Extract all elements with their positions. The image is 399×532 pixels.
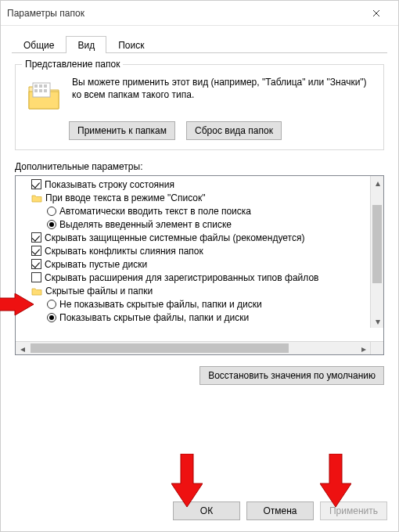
tree-item[interactable]: Скрывать расширения для зарегистрированн… [17,271,382,284]
checkbox-icon[interactable] [31,179,41,189]
advanced-settings-label: Дополнительные параметры: [15,161,384,172]
tree-item[interactable]: Автоматически вводить текст в поле поиск… [17,204,382,217]
folder-views-text: Вы можете применить этот вид (например, … [72,76,376,112]
radio-icon[interactable] [47,300,56,309]
folder-options-dialog: Параметры папок Общие Вид Поиск Представ… [0,0,399,532]
tree-item-label: Скрытые файлы и папки [45,286,153,297]
folder-icon [31,193,42,203]
apply-button[interactable]: Применить [320,501,387,520]
window-title: Параметры папок [7,8,361,19]
svg-rect-3 [44,84,47,88]
tree-item-label: Скрывать конфликты слияния папок [45,246,203,257]
horizontal-scroll-thumb[interactable] [31,343,289,353]
tab-view[interactable]: Вид [66,36,106,53]
tree-item-label: Скрывать пустые диски [45,259,147,270]
close-icon [372,9,380,17]
apply-to-folders-button[interactable]: Применить к папкам [69,121,175,140]
svg-rect-5 [39,89,42,92]
dialog-body: Общие Вид Поиск Представление папок [1,26,398,494]
folder-views-group: Представление папок Вы можете применить … [15,64,384,150]
tree-item[interactable]: Показывать скрытые файлы, папки и диски [17,311,382,324]
tree-item-label: Показывать скрытые файлы, папки и диски [59,312,249,323]
tree-item-label: Выделять введенный элемент в списке [59,219,232,230]
svg-rect-2 [39,84,42,88]
svg-rect-4 [34,89,38,92]
tabstrip: Общие Вид Поиск [12,34,387,53]
radio-icon[interactable] [47,207,56,216]
tree-item[interactable]: Скрывать конфликты слияния папок [17,244,382,257]
tree-item-label: Показывать строку состояния [45,179,174,190]
tree-item[interactable]: Скрывать защищенные системные файлы (рек… [17,231,382,244]
tree-item-label: Не показывать скрытые файлы, папки и дис… [59,299,262,310]
vertical-scrollbar[interactable]: ▴ ▾ [370,176,383,328]
checkbox-icon[interactable] [31,246,41,256]
tree-item: Скрытые файлы и папки [17,284,382,297]
reset-folders-button[interactable]: Сброс вида папок [186,121,282,140]
scroll-down-icon: ▾ [371,315,383,328]
tree-item[interactable]: Скрывать пустые диски [17,257,382,271]
cancel-button[interactable]: Отмена [246,501,314,520]
svg-rect-6 [44,89,47,92]
horizontal-scrollbar[interactable]: ◂ ▸ [16,341,383,354]
tree-item[interactable]: Не показывать скрытые файлы, папки и дис… [17,297,382,311]
folder-icon [31,286,42,296]
scroll-right-icon: ▸ [357,342,370,355]
tree-viewport: Показывать строку состоянияПри вводе тек… [16,176,383,341]
ok-button[interactable]: ОК [173,501,240,520]
tree-item-label: Скрывать защищенные системные файлы (рек… [45,232,304,243]
restore-defaults-button[interactable]: Восстановить значения по умолчанию [200,366,384,385]
tab-general[interactable]: Общие [12,36,66,53]
close-button[interactable] [361,2,392,24]
tree-item: При вводе текста в режиме "Список" [17,191,382,204]
radio-icon[interactable] [47,220,56,229]
titlebar: Параметры папок [1,1,398,26]
svg-rect-1 [34,84,38,88]
tree-items: Показывать строку состоянияПри вводе тек… [16,178,383,324]
scroll-up-icon: ▴ [371,176,383,189]
radio-icon[interactable] [47,313,56,322]
tree-item-label: Скрывать расширения для зарегистрированн… [45,272,318,283]
dialog-footer: ОК Отмена Применить [1,494,398,531]
folder-views-legend: Представление папок [22,59,123,70]
checkbox-icon[interactable] [31,259,41,269]
scroll-left-icon: ◂ [16,342,29,355]
checkbox-icon[interactable] [31,272,41,282]
folder-views-icon [27,77,61,112]
tab-search[interactable]: Поиск [106,36,156,53]
tree-item[interactable]: Показывать строку состояния [17,178,382,191]
checkbox-icon[interactable] [31,232,41,243]
vertical-scroll-thumb[interactable] [372,205,382,283]
tree-item[interactable]: Выделять введенный элемент в списке [17,217,382,231]
advanced-settings-tree: Показывать строку состоянияПри вводе тек… [15,175,384,355]
tree-item-label: Автоматически вводить текст в поле поиск… [59,206,251,217]
tree-item-label: При вводе текста в режиме "Список" [45,192,206,203]
